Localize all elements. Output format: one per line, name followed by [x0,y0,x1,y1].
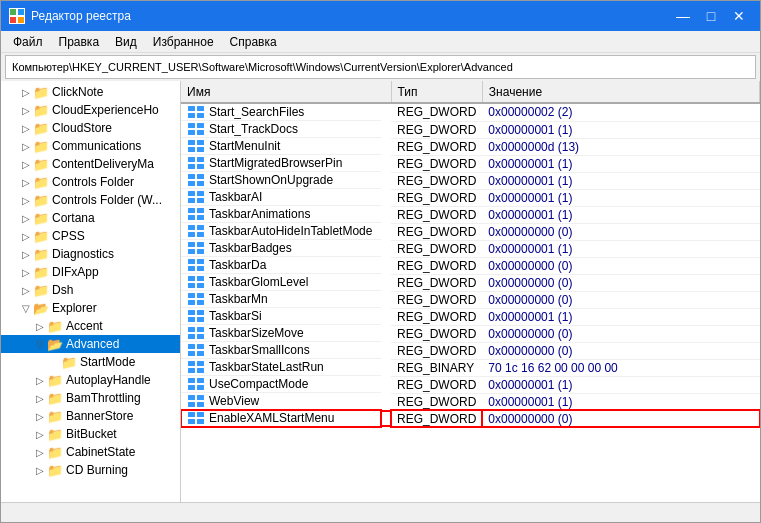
registry-entry-icon [187,258,205,272]
tree-item-difxapp[interactable]: ▷ 📁 DIFxApp [1,263,180,281]
tree-item-bannerstore[interactable]: ▷ 📁 BannerStore [1,407,180,425]
svg-rect-37 [197,242,204,247]
svg-rect-3 [18,17,24,23]
tree-item-advanced[interactable]: ▽ 📂 Advanced [1,335,180,353]
expand-icon[interactable]: ▷ [33,319,47,333]
tree-item-cdburning[interactable]: ▷ 📁 CD Burning [1,461,180,479]
expand-icon[interactable]: ▷ [19,157,33,171]
tree-item-controlsfolder[interactable]: ▷ 📁 Controls Folder [1,173,180,191]
expand-icon[interactable]: ▽ [19,301,33,315]
expand-icon[interactable]: ▷ [19,229,33,243]
expand-icon[interactable]: ▷ [19,211,33,225]
expand-icon[interactable]: ▷ [19,139,33,153]
tree-item-dsh[interactable]: ▷ 📁 Dsh [1,281,180,299]
registry-entry-icon [187,411,205,425]
tree-item-bitbucket[interactable]: ▷ 📁 BitBucket [1,425,180,443]
registry-entry-icon [187,122,205,136]
tree-label: AutoplayHandle [66,373,151,387]
menu-help[interactable]: Справка [222,33,285,51]
table-row[interactable]: TaskbarAnimationsREG_DWORD0x00000001 (1) [181,206,760,223]
expand-icon[interactable]: ▷ [19,85,33,99]
tree-item-explorer[interactable]: ▽ 📂 Explorer [1,299,180,317]
registry-entry-icon [187,207,205,221]
registry-entry-name: TaskbarAnimations [181,206,381,223]
expand-icon[interactable]: ▽ [33,337,47,351]
column-type[interactable]: Тип [391,81,482,103]
registry-entry-name: UseCompactMode [181,376,381,393]
registry-entry-type: REG_DWORD [391,376,482,393]
table-row[interactable]: StartMenuInitREG_DWORD0x0000000d (13) [181,138,760,155]
expand-icon[interactable]: ▷ [33,463,47,477]
svg-rect-53 [197,310,204,315]
close-button[interactable]: ✕ [726,6,752,26]
menu-file[interactable]: Файл [5,33,51,51]
tree-item-accent[interactable]: ▷ 📁 Accent [1,317,180,335]
expand-icon[interactable]: ▷ [19,175,33,189]
folder-icon: 📁 [33,283,49,297]
column-value[interactable]: Значение [482,81,759,103]
registry-entry-type: REG_DWORD [391,308,482,325]
tree-item-autoplayhandle[interactable]: ▷ 📁 AutoplayHandle [1,371,180,389]
menu-view[interactable]: Вид [107,33,145,51]
expand-icon[interactable]: ▷ [19,283,33,297]
tree-item-cortana[interactable]: ▷ 📁 Cortana [1,209,180,227]
expand-icon[interactable]: ▷ [19,103,33,117]
minimize-button[interactable]: — [670,6,696,26]
table-row[interactable]: TaskbarAutoHideInTabletModeREG_DWORD0x00… [181,223,760,240]
table-row[interactable]: TaskbarGlomLevelREG_DWORD0x00000000 (0) [181,274,760,291]
registry-values-pane[interactable]: Имя Тип Значение Start_SearchFilesREG_DW… [181,81,760,502]
svg-rect-66 [188,368,195,373]
maximize-button[interactable]: □ [698,6,724,26]
registry-entry-icon [187,275,205,289]
tree-item-cpss[interactable]: ▷ 📁 CPSS [1,227,180,245]
table-row[interactable]: TaskbarSiREG_DWORD0x00000001 (1) [181,308,760,325]
table-row[interactable]: EnableXAMLStartMenuREG_DWORD0x00000000 (… [181,410,760,427]
expand-icon[interactable]: ▷ [33,427,47,441]
tree-item-contentdelivery[interactable]: ▷ 📁 ContentDeliveryMa [1,155,180,173]
tree-item-communications[interactable]: ▷ 📁 Communications [1,137,180,155]
table-row[interactable]: TaskbarAIREG_DWORD0x00000001 (1) [181,189,760,206]
expand-icon[interactable]: ▷ [33,373,47,387]
tree-item-clicknote[interactable]: ▷ 📁 ClickNote [1,83,180,101]
column-name[interactable]: Имя [181,81,391,103]
menu-edit[interactable]: Правка [51,33,108,51]
tree-item-cloudstore[interactable]: ▷ 📁 CloudStore [1,119,180,137]
table-row[interactable]: TaskbarSmallIconsREG_DWORD0x00000000 (0) [181,342,760,359]
table-row[interactable]: TaskbarBadgesREG_DWORD0x00000001 (1) [181,240,760,257]
registry-entry-name: WebView [181,393,381,410]
expand-spacer [47,355,61,369]
folder-open-icon: 📂 [47,337,63,351]
registry-entry-value: 70 1c 16 62 00 00 00 00 [482,359,759,376]
expand-icon[interactable]: ▷ [33,409,47,423]
table-row[interactable]: WebViewREG_DWORD0x00000001 (1) [181,393,760,410]
address-bar[interactable]: Компьютер\HKEY_CURRENT_USER\Software\Mic… [5,55,756,79]
expand-icon[interactable]: ▷ [19,265,33,279]
table-row[interactable]: UseCompactModeREG_DWORD0x00000001 (1) [181,376,760,393]
registry-entry-type: REG_DWORD [391,223,482,240]
tree-item-cabinetstate[interactable]: ▷ 📁 CabinetState [1,443,180,461]
tree-item-startmode[interactable]: 📁 StartMode [1,353,180,371]
table-row[interactable]: StartMigratedBrowserPinREG_DWORD0x000000… [181,155,760,172]
svg-rect-49 [197,293,204,298]
expand-icon[interactable]: ▷ [19,193,33,207]
tree-item-cloudexp[interactable]: ▷ 📁 CloudExperienceHo [1,101,180,119]
expand-icon[interactable]: ▷ [33,445,47,459]
table-row[interactable]: Start_TrackDocsREG_DWORD0x00000001 (1) [181,121,760,138]
table-row[interactable]: TaskbarDaREG_DWORD0x00000000 (0) [181,257,760,274]
tree-item-diagnostics[interactable]: ▷ 📁 Diagnostics [1,245,180,263]
svg-rect-27 [197,198,204,203]
expand-icon[interactable]: ▷ [19,247,33,261]
menu-favorites[interactable]: Избранное [145,33,222,51]
table-row[interactable]: StartShownOnUpgradeREG_DWORD0x00000001 (… [181,172,760,189]
tree-item-bamthrottling[interactable]: ▷ 📁 BamThrottling [1,389,180,407]
table-row[interactable]: TaskbarMnREG_DWORD0x00000000 (0) [181,291,760,308]
registry-tree[interactable]: ▷ 📁 ClickNote ▷ 📁 CloudExperienceHo ▷ 📁 … [1,81,181,502]
table-row[interactable]: TaskbarStateLastRunREG_BINARY70 1c 16 62… [181,359,760,376]
tree-item-controlsfolderw[interactable]: ▷ 📁 Controls Folder (W... [1,191,180,209]
tree-label: BitBucket [66,427,117,441]
table-row[interactable]: Start_SearchFilesREG_DWORD0x00000002 (2) [181,103,760,121]
expand-icon[interactable]: ▷ [33,391,47,405]
table-row[interactable]: TaskbarSizeMoveREG_DWORD0x00000000 (0) [181,325,760,342]
registry-entry-type: REG_DWORD [391,103,482,121]
expand-icon[interactable]: ▷ [19,121,33,135]
